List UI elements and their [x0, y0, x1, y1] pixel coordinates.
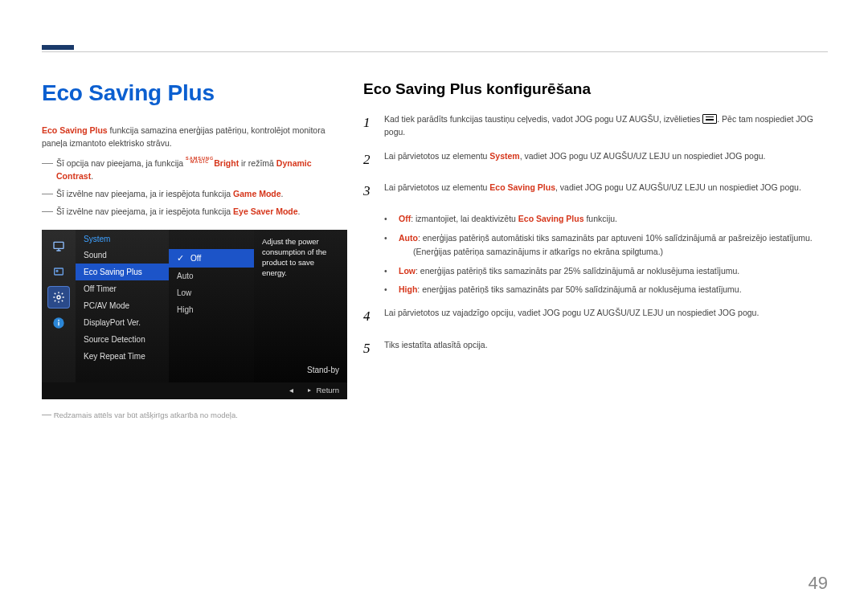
- step-1: 1 Kad tiek parādīts funkcijas taustiņu c…: [363, 112, 828, 139]
- osd-description-column: Adjust the power consumption of the prod…: [254, 230, 347, 382]
- header-accent: [42, 45, 74, 50]
- return-label: ▸Return: [308, 386, 339, 394]
- image-footnote: ― Redzamais attēls var būt atšķirīgs atk…: [42, 409, 339, 420]
- check-icon: ✓: [177, 253, 184, 264]
- svg-point-2: [56, 270, 58, 272]
- step-2: 2 Lai pārvietotos uz elementu System, va…: [363, 149, 828, 170]
- bullet-off: • Off: izmantojiet, lai deaktivizētu Eco…: [384, 212, 828, 226]
- picture-icon: [48, 261, 69, 282]
- osd-menu-graphic: System Sound Eco Saving Plus Off Timer P…: [42, 230, 347, 399]
- osd-description: Adjust the power consumption of the prod…: [262, 236, 339, 279]
- bullet-low: • Low: enerģijas patēriņš tiks samazināt…: [384, 264, 828, 278]
- intro-bold: Eco Saving Plus: [42, 125, 108, 135]
- subsection-title: Eco Saving Plus konfigurēšana: [363, 80, 828, 98]
- option-selected: ✓Off: [169, 249, 254, 268]
- nav-left-icon: ◂: [289, 386, 293, 394]
- list-item: Off Timer: [76, 280, 169, 297]
- left-column: Eco Saving Plus Eco Saving Plus funkcija…: [42, 80, 363, 420]
- svg-rect-5: [58, 321, 59, 325]
- option-item: Low: [169, 284, 254, 301]
- bullet-high: • High: enerģijas patēriņš tiks samazinā…: [384, 283, 828, 296]
- option-item: Auto: [169, 268, 254, 284]
- page-number: 49: [809, 573, 828, 594]
- step-3-bullets: • Off: izmantojiet, lai deaktivizētu Eco…: [384, 212, 828, 296]
- svg-point-6: [58, 319, 59, 321]
- osd-option-column: ✓Off Auto Low High: [169, 230, 254, 382]
- samsung-magic-mark: SAMSUNGMAGIC: [186, 157, 214, 164]
- svg-rect-1: [55, 268, 63, 275]
- monitor-icon: [48, 235, 69, 256]
- note-3: ― Šī izvēlne nav pieejama, ja ir iespējo…: [42, 205, 339, 218]
- list-item: Sound: [76, 247, 169, 264]
- right-column: Eco Saving Plus konfigurēšana 1 Kad tiek…: [363, 80, 828, 420]
- menu-icon: [702, 114, 717, 124]
- intro-paragraph: Eco Saving Plus funkcija samazina enerģi…: [42, 124, 339, 150]
- note-2: ― Šī izvēlne nav pieejama, ja ir iespējo…: [42, 187, 339, 200]
- step-5: 5 Tiks iestatīta atlasītā opcija.: [363, 338, 828, 359]
- step-3: 3 Lai pārvietotos uz elementu Eco Saving…: [363, 181, 828, 202]
- svg-rect-0: [54, 242, 63, 248]
- osd-category-header: System: [76, 230, 169, 247]
- list-item: Source Detection: [76, 331, 169, 348]
- header-rule: [42, 51, 828, 52]
- section-title: Eco Saving Plus: [42, 80, 339, 106]
- list-item: PC/AV Mode: [76, 297, 169, 314]
- svg-point-3: [57, 296, 60, 299]
- step-4: 4 Lai pārvietotos uz vajadzīgo opciju, v…: [363, 306, 828, 327]
- list-item: Key Repeat Time: [76, 348, 169, 365]
- option-item: High: [169, 301, 254, 318]
- info-icon: [48, 313, 69, 333]
- list-item-selected: Eco Saving Plus: [76, 264, 169, 280]
- note-dash: ―: [42, 157, 56, 183]
- list-item: DisplayPort Ver.: [76, 314, 169, 331]
- osd-standby-label: Stand-by: [307, 366, 339, 374]
- osd-icon-column: [42, 230, 76, 382]
- gear-icon: [48, 287, 69, 308]
- osd-footer: ◂ ▸Return: [42, 382, 347, 399]
- note-1: ― Šī opcija nav pieejama, ja funkcija SA…: [42, 157, 339, 183]
- osd-list-column: System Sound Eco Saving Plus Off Timer P…: [76, 230, 169, 382]
- bullet-auto: • Auto: enerģijas patēriņš automātiski t…: [384, 231, 828, 259]
